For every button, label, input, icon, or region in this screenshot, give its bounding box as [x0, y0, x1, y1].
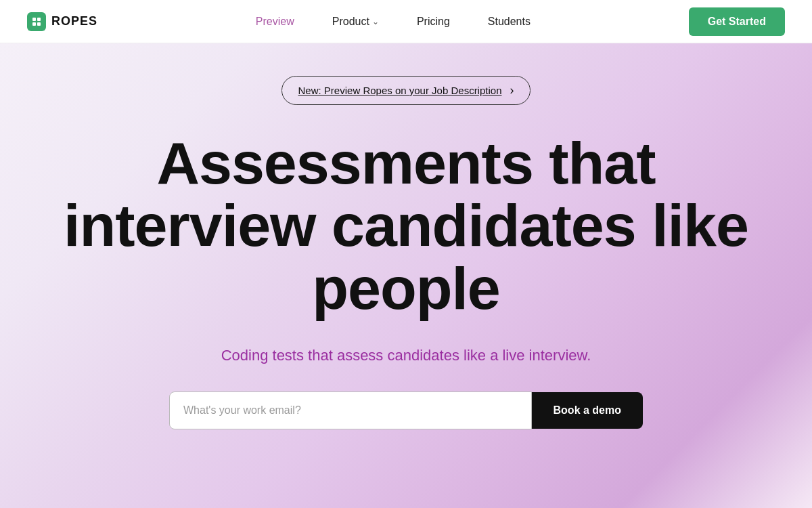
chevron-down-icon: ⌄ — [372, 17, 379, 26]
hero-subtitle: Coding tests that assess candidates like… — [221, 347, 591, 364]
svg-rect-1 — [37, 18, 41, 21]
nav-links: Preview Product ⌄ Pricing Students — [237, 16, 549, 28]
book-demo-button[interactable]: Book a demo — [532, 392, 643, 429]
logo-text: ROPES — [51, 14, 97, 28]
get-started-button[interactable]: Get Started — [689, 7, 785, 36]
hero-badge[interactable]: New: Preview Ropes on your Job Descripti… — [281, 76, 531, 105]
navbar: ROPES Preview Product ⌄ Pricing Students… — [0, 0, 812, 43]
email-input[interactable] — [169, 391, 532, 429]
svg-rect-0 — [32, 18, 36, 21]
svg-rect-3 — [37, 22, 41, 26]
nav-link-preview[interactable]: Preview — [237, 16, 313, 28]
hero-title: Assessments that interview candidates li… — [34, 132, 778, 320]
hero-form: Book a demo — [169, 391, 643, 429]
logo-icon — [27, 12, 46, 31]
arrow-icon: › — [510, 83, 514, 98]
hero-badge-text: New: Preview Ropes on your Job Descripti… — [298, 85, 502, 96]
nav-link-pricing[interactable]: Pricing — [398, 16, 469, 28]
nav-link-product[interactable]: Product ⌄ — [313, 16, 398, 28]
nav-link-students[interactable]: Students — [469, 16, 549, 28]
hero-section: New: Preview Ropes on your Job Descripti… — [0, 43, 812, 508]
logo[interactable]: ROPES — [27, 12, 97, 31]
svg-rect-2 — [32, 22, 36, 26]
